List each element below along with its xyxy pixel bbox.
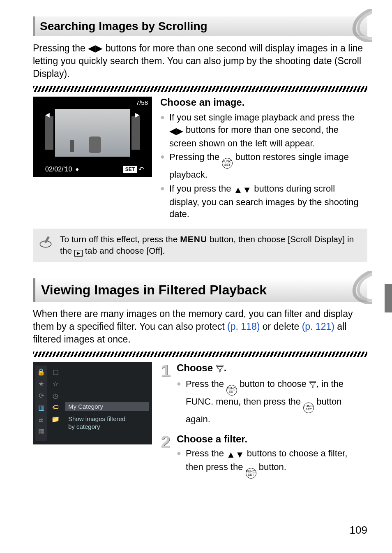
func-set-icon: FUNC.SET (222, 158, 233, 169)
page-number: 109 (350, 524, 367, 537)
section-heading-filtered: Viewing Images in Filtered Playback (33, 278, 367, 302)
bullet-2: Pressing the FUNC.SET button restores si… (160, 151, 367, 181)
star-icon: ★ (38, 380, 44, 388)
step2-title: Choose a filter. (177, 433, 367, 445)
menu-item-my-category: My Category (65, 402, 149, 411)
choose-image-heading: Choose an image. (160, 97, 367, 108)
svg-rect-2 (217, 365, 223, 366)
page-side-tab (385, 284, 392, 312)
slideshow-icon: ▦ (38, 427, 44, 435)
left-arrow-icon: ◀ (45, 111, 50, 118)
filter-playback-icon (309, 379, 316, 392)
section1-intro: Pressing the ◀▶ buttons for more than on… (33, 42, 367, 80)
svg-point-4 (221, 368, 222, 368)
step1-bullet: Press the FUNC.SET button to choose , in… (177, 378, 367, 426)
clock-icon: ◷ (53, 392, 58, 400)
right-arrow-icon: ▶ (135, 111, 140, 118)
menu-desc-line1: Show images filtered (68, 415, 145, 423)
note-text: To turn off this effect, press the MENU … (60, 234, 362, 257)
svg-point-3 (217, 368, 218, 368)
section-heading-scrolling: Searching Images by Scrolling (33, 16, 367, 36)
up-down-arrows-icon: ▲▼ (226, 449, 244, 461)
print-icon: 🖨 (38, 416, 44, 423)
page-ref-118[interactable]: (p. 118) (227, 321, 260, 332)
filter-playback-icon (216, 364, 224, 375)
filter-icon: ▥ (38, 404, 44, 412)
filtered-playback-screenshot: 🔒 ★ ⟳ ▥ 🖨 ▦ ▢ ☆ ◷ 🏷 📁 My Category Show i… (33, 362, 152, 444)
playback-tab-icon: ▶ (74, 250, 83, 257)
lock-icon: 🔒 (37, 368, 45, 376)
return-icon: ↶ (138, 165, 144, 173)
heading-text-2: Viewing Images in Filtered Playback (41, 282, 267, 297)
decorative-swirl-icon (339, 9, 372, 42)
menu-label: MENU (180, 234, 207, 244)
screenshot-date: 02/02/'10 (45, 166, 72, 173)
hatched-divider-icon (33, 86, 367, 92)
svg-rect-1 (44, 236, 50, 243)
pencil-note-icon (39, 234, 53, 251)
func-set-icon: FUNC.SET (303, 403, 314, 413)
hatched-divider-icon (33, 352, 367, 357)
step2-bullet: Press the ▲▼ buttons to choose a filter,… (177, 447, 367, 479)
bullet-1: If you set single image playback and pre… (160, 111, 367, 149)
star-outline-icon: ☆ (53, 380, 58, 388)
section2-intro: When there are many images on the memory… (33, 308, 367, 346)
step-number-1: 1 (159, 362, 173, 427)
step-number-2: 2 (159, 433, 173, 480)
set-badge: SET (123, 166, 137, 173)
scroll-display-screenshot: 7/58 ◀ ▶ 02/02/'10 ♦ SET ↶ (33, 97, 152, 177)
heading-text: Searching Images by Scrolling (40, 20, 208, 32)
image-counter: 7/58 (136, 99, 148, 106)
func-set-icon: FUNC.SET (226, 385, 237, 396)
menu-desc-line2: by category (68, 423, 145, 431)
rotate-icon: ⟳ (39, 392, 44, 400)
svg-rect-5 (310, 382, 316, 383)
page-ref-121[interactable]: (p. 121) (302, 321, 334, 332)
bullet-3: If you press the ▲▼ buttons during scrol… (160, 183, 367, 220)
category-icon: 🏷 (52, 404, 59, 411)
decorative-swirl-icon (339, 271, 372, 304)
left-right-arrows-icon: ◀▶ (169, 125, 183, 137)
note-box: To turn off this effect, press the MENU … (33, 229, 367, 262)
up-down-arrows-icon: ▲▼ (234, 184, 252, 196)
folder-icon: 📁 (51, 415, 60, 423)
updown-indicator-icon: ♦ (76, 166, 79, 173)
func-set-icon: FUNC.SET (246, 468, 256, 479)
step1-title: Choose . (177, 362, 367, 375)
